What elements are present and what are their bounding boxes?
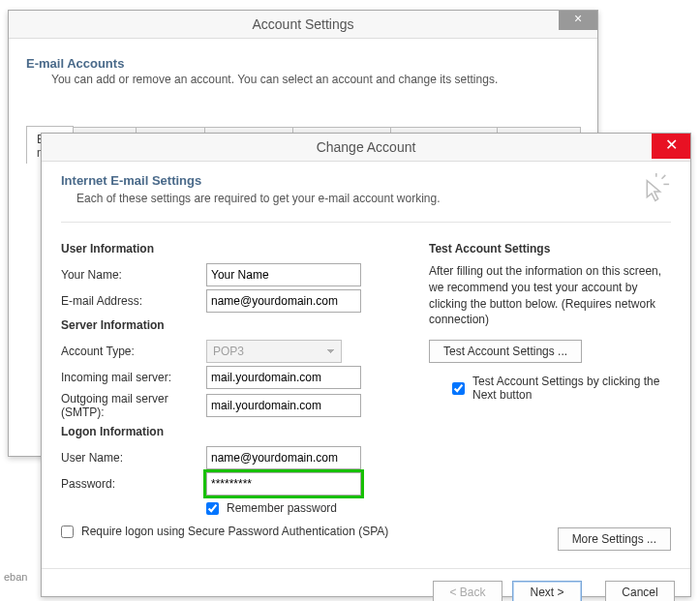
close-button-change-account[interactable]: ✕ bbox=[652, 134, 690, 159]
right-column: Test Account Settings After filling out … bbox=[429, 236, 671, 551]
account-settings-titlebar: Account Settings × bbox=[9, 11, 597, 39]
wizard-button-row: < Back Next > Cancel bbox=[42, 568, 690, 601]
test-account-body: After filling out the information on thi… bbox=[429, 263, 671, 328]
change-account-titlebar: Change Account ✕ bbox=[42, 134, 690, 162]
auto-test-label: Test Account Settings by clicking the Ne… bbox=[472, 375, 671, 402]
email-accounts-sub: You can add or remove an account. You ca… bbox=[51, 73, 580, 86]
change-account-window: Change Account ✕ Internet E-mail Setting… bbox=[41, 133, 691, 597]
user-information-heading: User Information bbox=[61, 242, 400, 255]
test-account-heading: Test Account Settings bbox=[429, 242, 671, 255]
user-name-label: User Name: bbox=[61, 451, 206, 465]
your-name-input[interactable] bbox=[206, 263, 361, 286]
close-button-account-settings[interactable]: × bbox=[559, 11, 597, 30]
password-input[interactable] bbox=[206, 472, 361, 496]
password-label: Password: bbox=[61, 477, 206, 491]
outgoing-server-input[interactable] bbox=[206, 394, 361, 417]
server-information-heading: Server Information bbox=[61, 318, 400, 332]
outgoing-server-label: Outgoing mail server (SMTP): bbox=[61, 392, 206, 419]
page-fragment: eban bbox=[4, 571, 27, 583]
incoming-server-input[interactable] bbox=[206, 366, 361, 389]
internet-email-settings-heading: Internet E-mail Settings bbox=[61, 173, 441, 188]
email-accounts-heading: E-mail Accounts bbox=[26, 56, 580, 71]
incoming-server-label: Incoming mail server: bbox=[61, 371, 206, 384]
logon-information-heading: Logon Information bbox=[61, 425, 400, 438]
change-account-title: Change Account bbox=[317, 139, 416, 155]
remember-password-label: Remember password bbox=[227, 501, 337, 515]
left-column: User Information Your Name: E-mail Addre… bbox=[61, 236, 400, 551]
back-button[interactable]: < Back bbox=[433, 581, 502, 601]
remember-password-checkbox[interactable] bbox=[206, 502, 219, 515]
email-address-input[interactable] bbox=[206, 289, 361, 313]
cursor-header-icon bbox=[634, 173, 671, 210]
account-type-select: POP3 bbox=[206, 340, 342, 363]
account-settings-title: Account Settings bbox=[252, 16, 353, 32]
more-settings-button[interactable]: More Settings ... bbox=[558, 527, 671, 551]
user-name-input[interactable] bbox=[206, 446, 361, 469]
spa-label: Require logon using Secure Password Auth… bbox=[81, 525, 388, 538]
account-type-label: Account Type: bbox=[61, 345, 206, 358]
auto-test-checkbox[interactable] bbox=[452, 382, 465, 395]
email-address-label: E-mail Address: bbox=[61, 294, 206, 308]
svg-line-0 bbox=[662, 175, 666, 179]
change-account-header: Internet E-mail Settings Each of these s… bbox=[61, 173, 671, 223]
spa-checkbox[interactable] bbox=[61, 526, 74, 538]
cancel-button[interactable]: Cancel bbox=[605, 581, 675, 601]
test-account-button[interactable]: Test Account Settings ... bbox=[429, 340, 582, 363]
internet-email-settings-sub: Each of these settings are required to g… bbox=[76, 192, 441, 205]
your-name-label: Your Name: bbox=[61, 268, 206, 282]
next-button[interactable]: Next > bbox=[512, 581, 582, 601]
